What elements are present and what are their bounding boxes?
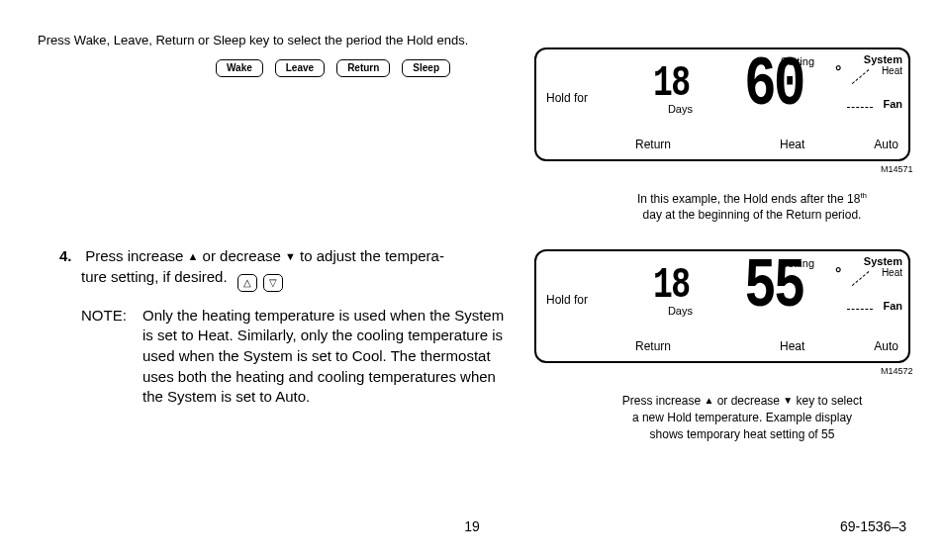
note-body: Only the heating temperature is used whe… [142,306,515,408]
up-triangle-icon: ▲ [704,394,713,408]
figure-id: M14572 [881,366,913,376]
up-triangle-icon: ▲ [188,249,199,264]
system-mode: Heat [843,65,902,76]
leave-button[interactable]: Leave [275,59,325,77]
period-label: Return [635,339,671,353]
wake-button[interactable]: Wake [216,59,263,77]
fan-mode: Auto [874,339,898,353]
days-value: 18 [653,61,690,105]
hold-for-label: Hold for [546,293,588,307]
period-key-row: Wake Leave Return Sleep [216,59,450,77]
step-number: 4. [59,246,81,267]
note-label: NOTE: [81,306,142,408]
intro-text: Press Wake, Leave, Return or Sleep key t… [38,32,493,49]
increase-button-icon[interactable]: △ [237,274,257,292]
step-4: 4. Press increase ▲ or decrease ▼ to adj… [59,246,515,408]
page-number: 19 [0,518,944,534]
figure-id: M14571 [881,164,913,174]
system-label: System [843,53,902,65]
fan-mode: Auto [874,138,898,151]
temp-value: 55 [744,253,802,323]
document-id: 69-1536–3 [840,518,906,534]
decrease-button-icon[interactable]: ▽ [263,274,283,292]
mode-label: Heat [780,339,804,353]
decorative-dash [847,107,873,108]
temp-value: 60 [744,51,802,121]
fan-label: Fan [843,98,902,110]
system-label: System [843,255,902,267]
period-label: Return [635,138,671,151]
down-triangle-icon: ▼ [783,394,793,408]
caption-panel-2: Press increase ▲ or decrease ▼ key to se… [574,393,910,442]
decorative-dash [847,309,873,310]
fan-label: Fan [843,300,902,312]
thermostat-display-2: Setting Hold for 18 Days 55 ° System Hea… [534,249,910,363]
degree-icon: ° [835,265,841,283]
note-block: NOTE: Only the heating temperature is us… [81,306,515,408]
system-mode: Heat [843,267,902,278]
hold-for-label: Hold for [546,91,588,105]
return-button[interactable]: Return [336,59,390,77]
degree-icon: ° [835,63,841,81]
mode-label: Heat [780,138,804,151]
down-triangle-icon: ▼ [285,249,296,264]
days-value: 18 [653,263,690,307]
thermostat-display-1: Setting Hold for 18 Days 60 ° System Hea… [534,47,910,161]
caption-panel-1: In this example, the Hold ends after the… [594,191,910,223]
sleep-button[interactable]: Sleep [402,59,450,77]
